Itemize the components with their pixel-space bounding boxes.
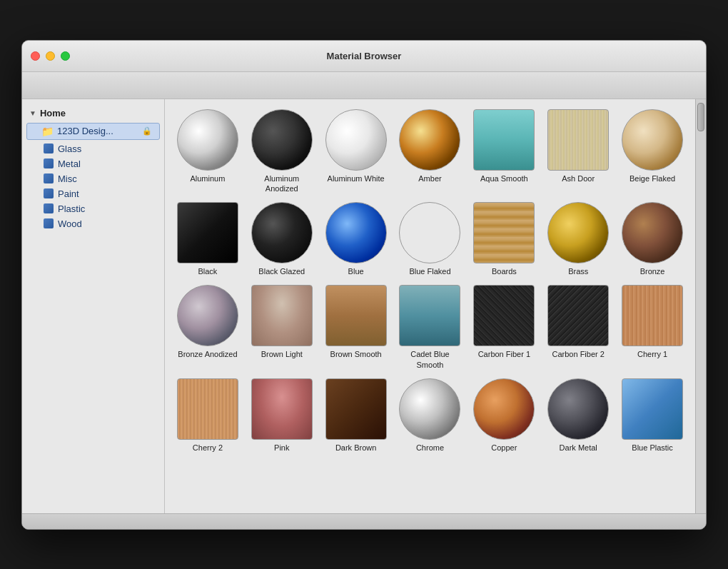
- material-item[interactable]: Bronze: [617, 199, 688, 279]
- material-icon: [44, 203, 54, 213]
- scrollbar[interactable]: [695, 99, 706, 513]
- material-item[interactable]: Cherry 1: [617, 282, 688, 373]
- material-thumbnail: [251, 109, 313, 171]
- lock-icon: 🔒: [142, 126, 152, 136]
- close-button[interactable]: [31, 51, 40, 61]
- material-item[interactable]: Brown Smooth: [320, 282, 392, 373]
- material-name: Aluminum White: [328, 173, 385, 183]
- sidebar-item-wood[interactable]: Wood: [22, 216, 164, 231]
- material-thumbnail: [325, 109, 387, 171]
- material-name: Bronze Anodized: [178, 349, 237, 359]
- material-item[interactable]: Aluminum Anodized: [246, 106, 318, 197]
- sidebar-home[interactable]: ▼ Home: [22, 105, 164, 121]
- material-thumbnail: [547, 285, 609, 346]
- material-item[interactable]: Blue Flaked: [395, 199, 466, 279]
- material-thumbnail: [547, 109, 609, 171]
- material-name: Dark Metal: [560, 443, 597, 453]
- material-thumbnail: [473, 202, 535, 263]
- maximize-button[interactable]: [61, 51, 70, 61]
- material-name: Beige Flaked: [630, 173, 675, 183]
- material-thumbnail: [399, 109, 460, 171]
- material-thumbnail: [473, 285, 535, 346]
- scrollbar-thumb[interactable]: [697, 103, 704, 131]
- material-item[interactable]: Black Glazed: [246, 199, 318, 279]
- minimize-button[interactable]: [46, 51, 55, 61]
- material-thumbnail: [622, 378, 683, 440]
- material-item[interactable]: Aluminum: [172, 106, 243, 197]
- material-item[interactable]: Carbon Fiber 2: [542, 282, 614, 373]
- material-item[interactable]: Dark Metal: [542, 376, 614, 455]
- material-item[interactable]: Amber: [395, 106, 466, 197]
- material-item[interactable]: Brass: [542, 199, 614, 279]
- sidebar-item-label: Metal: [58, 158, 81, 169]
- sidebar-item-label: Wood: [58, 218, 82, 229]
- sidebar-item-label: Plastic: [58, 203, 85, 214]
- material-item[interactable]: Cadet Blue Smooth: [395, 282, 466, 373]
- material-thumbnail: [399, 202, 460, 263]
- window-controls: [31, 51, 70, 61]
- materials-grid: AluminumAluminum AnodizedAluminum WhiteA…: [165, 99, 695, 513]
- material-item[interactable]: Boards: [468, 199, 540, 279]
- material-item[interactable]: Pink: [246, 376, 318, 455]
- material-item[interactable]: Copper: [468, 376, 540, 455]
- folder-icon: 📁: [41, 126, 54, 137]
- material-thumbnail: [622, 202, 683, 263]
- material-item[interactable]: Blue Plastic: [617, 376, 688, 455]
- sidebar-item-paint[interactable]: Paint: [22, 186, 164, 201]
- material-item[interactable]: Aqua Smooth: [468, 106, 540, 197]
- sidebar-item-label: Glass: [58, 143, 81, 154]
- material-item[interactable]: Cherry 2: [172, 376, 243, 455]
- material-thumbnail: [177, 378, 238, 440]
- status-bar: [22, 513, 706, 529]
- material-item[interactable]: Chrome: [395, 376, 466, 455]
- material-thumbnail: [473, 109, 535, 171]
- folder-label: 123D Desig...: [57, 126, 113, 136]
- material-name: Cherry 1: [637, 349, 667, 359]
- material-item[interactable]: Ash Door: [542, 106, 614, 197]
- sidebar-folder[interactable]: 📁 123D Desig... 🔒: [26, 123, 160, 140]
- material-name: Chrome: [416, 443, 444, 453]
- material-item[interactable]: Black: [172, 199, 243, 279]
- material-thumbnail: [325, 285, 387, 346]
- sidebar-item-label: Paint: [58, 188, 79, 199]
- material-thumbnail: [547, 378, 609, 440]
- material-item[interactable]: Aluminum White: [320, 106, 392, 197]
- scrollbar-track: [696, 99, 706, 513]
- material-name: Aqua Smooth: [480, 173, 528, 183]
- sidebar-item-metal[interactable]: Metal: [22, 156, 164, 171]
- sidebar-item-label: Misc: [58, 173, 77, 184]
- material-name: Aluminum: [190, 173, 225, 183]
- sidebar-item-glass[interactable]: Glass: [22, 141, 164, 156]
- material-item[interactable]: Carbon Fiber 1: [468, 282, 540, 373]
- material-item[interactable]: Dark Brown: [320, 376, 392, 455]
- material-thumbnail: [325, 202, 387, 263]
- material-icon: [44, 173, 54, 183]
- material-thumbnail: [547, 202, 609, 263]
- sidebar-item-misc[interactable]: Misc: [22, 171, 164, 186]
- material-item[interactable]: Blue: [320, 199, 392, 279]
- material-icon: [44, 158, 54, 168]
- material-name: Brown Smooth: [330, 349, 382, 359]
- material-thumbnail: [399, 378, 460, 440]
- material-name: Brass: [568, 266, 588, 276]
- material-thumbnail: [177, 202, 238, 263]
- material-thumbnail: [622, 109, 683, 171]
- material-item[interactable]: Bronze Anodized: [172, 282, 243, 373]
- material-name: Copper: [491, 443, 517, 453]
- material-icon: [44, 218, 54, 228]
- material-item[interactable]: Brown Light: [246, 282, 318, 373]
- material-name: Pink: [274, 443, 289, 453]
- material-thumbnail: [177, 109, 238, 171]
- material-thumbnail: [251, 202, 313, 263]
- sidebar: ▼ Home 📁 123D Desig... 🔒 Glass Metal Mis…: [22, 99, 165, 513]
- window-title: Material Browser: [327, 51, 402, 61]
- material-name: Black: [198, 266, 217, 276]
- material-thumbnail: [251, 378, 313, 440]
- sidebar-home-label: Home: [40, 108, 66, 119]
- material-thumbnail: [251, 285, 313, 346]
- material-item[interactable]: Beige Flaked: [617, 106, 688, 197]
- material-name: Carbon Fiber 2: [552, 349, 605, 359]
- material-name: Black Glazed: [258, 266, 305, 276]
- sidebar-item-plastic[interactable]: Plastic: [22, 201, 164, 216]
- material-thumbnail: [177, 285, 238, 346]
